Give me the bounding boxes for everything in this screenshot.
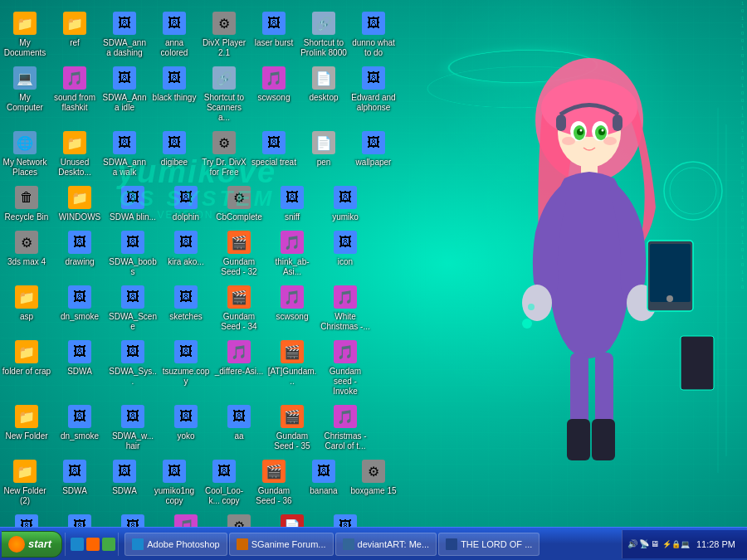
desktop-icon-unused-deskto...[interactable]: 📁Unused Deskto... [50, 127, 100, 180]
desktop-icon-digibee[interactable]: 🖼digibee [149, 127, 199, 170]
desktop-icon-sound-from-flashkit[interactable]: 🎵sound from flashkit [50, 62, 100, 115]
desktop-icon-new-folder[interactable]: 📁New Folder [0, 401, 53, 444]
desktop-icon-dn_smoke[interactable]: 🖼dn_smoke [53, 401, 106, 444]
desktop-icon-my-documents[interactable]: 📁My Documents [0, 7, 50, 61]
desktop-icon-wallpaper[interactable]: 🖼wallpaper [349, 127, 398, 170]
desktop-icon-shortcut-to-scanners[interactable]: 🔗Shortcut to Scanners a... [199, 62, 249, 125]
desktop-icon-ref[interactable]: 📁ref [50, 7, 100, 51]
desktop-icon-sdwa-blin...[interactable]: 🖼SDWA blin... [106, 182, 159, 225]
icon-image: 🖼 [360, 129, 387, 156]
desktop-icon-dolphin[interactable]: 🖼dolphin [159, 182, 212, 225]
taskbar-app-deviantart[interactable]: deviantART: Me... [335, 533, 437, 556]
desktop-icon-my-computer[interactable]: 💻My Computer [0, 62, 50, 115]
taskbar-app-lotr[interactable]: THE LORD OF ... [438, 533, 540, 556]
desktop-icon-sdwa[interactable]: 🖼SDWA [100, 455, 149, 499]
desktop-icon-sdwa_scene[interactable]: 🖼SDWA_Scene [106, 281, 159, 334]
desktop-icon-laser-burst[interactable]: 🖼laser burst [249, 7, 299, 51]
icon-image: 📄 [310, 129, 337, 156]
desktop-icon-aa[interactable]: 🖼aa [212, 401, 266, 444]
browser-icon2 [343, 538, 354, 550]
media-icon[interactable] [86, 538, 100, 551]
desktop-icon-edward-and-alphonse[interactable]: 🖼Edward and alphonse [349, 62, 398, 115]
desktop-icon-doc-test[interactable]: 📄doc-test [266, 510, 319, 527]
desktop-icon-pen[interactable]: 📄pen [299, 127, 349, 170]
desktop-icon-yumiko1ng-copy[interactable]: 🖼yumiko1ng copy [149, 455, 199, 509]
desktop-icon-divx-player-2.1[interactable]: ⚙DivX Player 2.1 [199, 7, 249, 61]
desktop-icon-boxgame-15[interactable]: ⚙boxgame 15 [349, 455, 398, 499]
icon-label: black thingy [153, 93, 197, 103]
desktop-icon-gundam-seed---34[interactable]: 🎬Gundam Seed - 34 [212, 281, 266, 334]
icon-label: SDWA blin... [110, 212, 156, 222]
desktop-icon-yumiko[interactable]: 🖼yumiko [319, 182, 372, 225]
icon-label: laser burst [255, 38, 294, 48]
desktop-icon-n...[interactable]: 🖼N... [0, 510, 53, 527]
icon-label: sketches [169, 312, 202, 322]
desktop-icon-sdwa_anna-dashing[interactable]: 🖼SDWA_anna dashing [100, 7, 149, 61]
taskbar-app-photoshop[interactable]: Adobe Photoshop [124, 533, 227, 556]
desktop-icon-gundam-seed---35[interactable]: 🎬Gundam Seed - 35 [266, 401, 319, 454]
svg-rect-16 [570, 353, 588, 427]
icon-row-8: 📁New Folder (2)🖼SDWA🖼SDWA🖼yumiko1ng copy… [0, 455, 398, 509]
desktop-icon-post-9-103...[interactable]: 🖼post-9-103... [319, 510, 372, 527]
desktop-icon-my-network-places[interactable]: 🌐My Network Places [0, 127, 50, 180]
desktop-icon-christmas---carol-of[interactable]: 🎵Christmas - Carol of t... [319, 401, 372, 454]
desktop-icon-recycle-bin[interactable]: 🗑Recycle Bin [0, 182, 53, 225]
icon-image: 📁 [61, 129, 88, 156]
desktop-icon-white-christmas--...[interactable]: 🎵White Christmas -... [319, 281, 372, 334]
desktop-icon-sdwa[interactable]: 🖼SDWA [50, 455, 100, 499]
desktop-icon-gundam-seed---invoke[interactable]: 🎵Gundam seed - Invoke [319, 336, 372, 399]
desktop-icon-folder-of-crap[interactable]: 📁folder of crap [0, 336, 53, 379]
desktop-icon-scwsong[interactable]: 🎵scwsong [249, 62, 299, 105]
desktop-icon-icon[interactable]: 🖼icon [319, 226, 372, 270]
desktop-icon-tsuzume.copy[interactable]: 🖼tsuzume.copy [159, 336, 212, 389]
start-button[interactable]: start [2, 531, 62, 558]
desktop-icon-[at]gundam...[interactable]: 🎬[AT]Gundam... [266, 336, 319, 389]
icon-image: 📁 [12, 458, 38, 485]
desktop-icon-banana[interactable]: 🖼banana [299, 455, 349, 499]
desktop-icon-kira-ako...[interactable]: 🖼kira ako... [159, 226, 212, 270]
desktop-icon-sdwa_anna-walk[interactable]: 🖼SDWA_anna walk [100, 127, 149, 180]
ie-icon[interactable] [71, 538, 84, 551]
icon-label: special treat [251, 158, 296, 168]
desktop-icon-sniff[interactable]: 🖼sniff [266, 182, 319, 225]
desktop-icon-sdwa_anna-dash-back[interactable]: 🖼SDWA_anna dash back [53, 510, 106, 527]
desktop-icon-windows[interactable]: 📁WINDOWS [53, 182, 106, 225]
desktop-icon-gundam-seed---36[interactable]: 🎬Gundam Seed - 36 [249, 455, 299, 509]
desktop-icon-dn_smoke[interactable]: 🖼dn_smoke [53, 281, 106, 324]
desktop-icon-gundam-seed---32[interactable]: 🎬Gundam Seed - 32 [212, 226, 266, 280]
desktop-icon-desktop[interactable]: 📄desktop [299, 62, 349, 105]
desktop-icon-drawing[interactable]: 🖼drawing [53, 226, 106, 270]
folder-icon[interactable] [102, 538, 115, 551]
desktop-icon-_differe-asi...[interactable]: 🎵_differe-Asi... [212, 336, 266, 379]
taskbar-app-sganime[interactable]: SGanime Forum... [229, 533, 334, 556]
desktop-icon-sdwa_w...-hair[interactable]: 🖼SDWA_w... hair [106, 401, 159, 454]
desktop-icon-scwsong[interactable]: 🎵scwsong [266, 281, 319, 324]
desktop-icon-dunno-what-to-do[interactable]: 🖼dunno what to do [349, 7, 398, 61]
desktop-icon-special-treat[interactable]: 🖼special treat [249, 127, 299, 170]
desktop-icon-asp[interactable]: 📁asp [0, 281, 53, 324]
desktop-icon-3ds-max-4[interactable]: ⚙3ds max 4 [0, 226, 53, 270]
desktop-icon-sdwa_boobs[interactable]: 🖼SDWA_boobs [106, 226, 159, 280]
icon-image: 🖼 [66, 513, 93, 527]
desktop-icon-try-dr.-divx-for-fre[interactable]: ⚙Try Dr. DivX for Free [199, 127, 249, 180]
desktop-icon-black-thingy[interactable]: 🖼black thingy [149, 62, 199, 105]
icon-image: ⚙ [360, 458, 387, 485]
desktop-icon-sdwa_sys...[interactable]: 🖼SDWA_Sys... [106, 336, 159, 389]
desktop-icon-shortcut-to-prolink-[interactable]: 🔗Shortcut to Prolink 8000 [299, 7, 349, 61]
desktop-icon-anna-colored[interactable]: 🖼anna colored [149, 7, 199, 61]
desktop-icon-new-folder-(2)[interactable]: 📁New Folder (2) [0, 455, 50, 509]
icon-image: 🎵 [332, 403, 359, 430]
desktop-icon-think_ab-asi...[interactable]: 🎵think_ab-Asi... [266, 226, 319, 280]
svg-rect-20 [556, 114, 566, 131]
icon-label: sniff [285, 212, 300, 222]
desktop-icon-cbcomplete[interactable]: ⚙CbComplete [212, 182, 266, 225]
desktop-icon-white_xmas[interactable]: 🎵white_xmas [159, 510, 212, 527]
icon-row-0: 📁My Documents📁ref🖼SDWA_anna dashing🖼anna… [0, 7, 398, 61]
desktop-icon-cool_loo-k...-copy[interactable]: 🖼Cool_Loo-k... copy [199, 455, 249, 509]
desktop-icon-sketches[interactable]: 🖼sketches [159, 281, 212, 324]
desktop-icon-sdwa[interactable]: 🖼SDWA [106, 510, 159, 527]
desktop-icon-jump-land[interactable]: ⚙jump land [212, 510, 266, 527]
desktop-icon-sdwa_anna-idle[interactable]: 🖼SDWA_Anna idle [100, 62, 149, 115]
desktop-icon-sdwa[interactable]: 🖼SDWA [53, 336, 106, 379]
desktop-icon-yoko[interactable]: 🖼yoko [159, 401, 212, 444]
